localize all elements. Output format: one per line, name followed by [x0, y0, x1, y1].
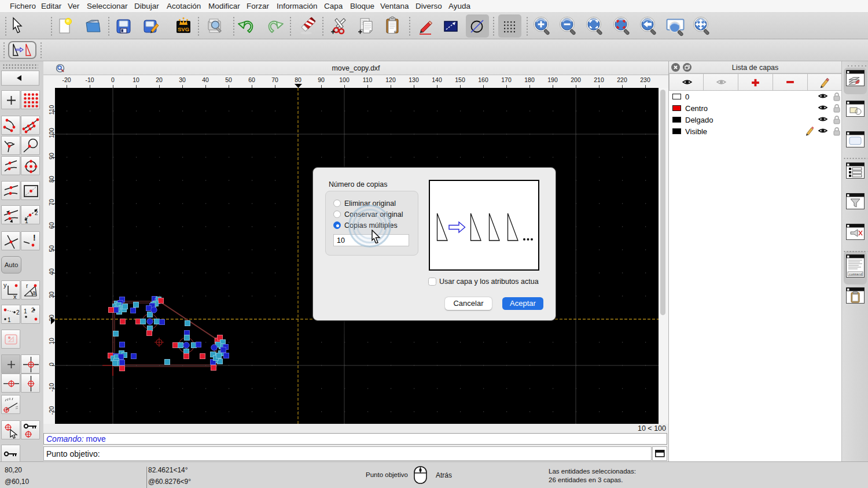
- svg-text:1: 1: [24, 308, 27, 315]
- svg-text:1: 1: [8, 317, 11, 323]
- svg-text:2: 2: [31, 307, 35, 313]
- svg-text:SVG: SVG: [178, 26, 189, 32]
- svg-text:2: 2: [35, 210, 38, 216]
- svg-text:command: command: [849, 272, 862, 276]
- svg-text:a: a: [32, 290, 36, 296]
- svg-text:1: 1: [25, 218, 28, 224]
- svg-text:x: x: [13, 293, 17, 300]
- svg-text:2: 2: [16, 309, 20, 316]
- svg-text:y: y: [3, 282, 7, 289]
- svg-text:r: r: [26, 283, 28, 289]
- svg-text:!: !: [33, 233, 36, 242]
